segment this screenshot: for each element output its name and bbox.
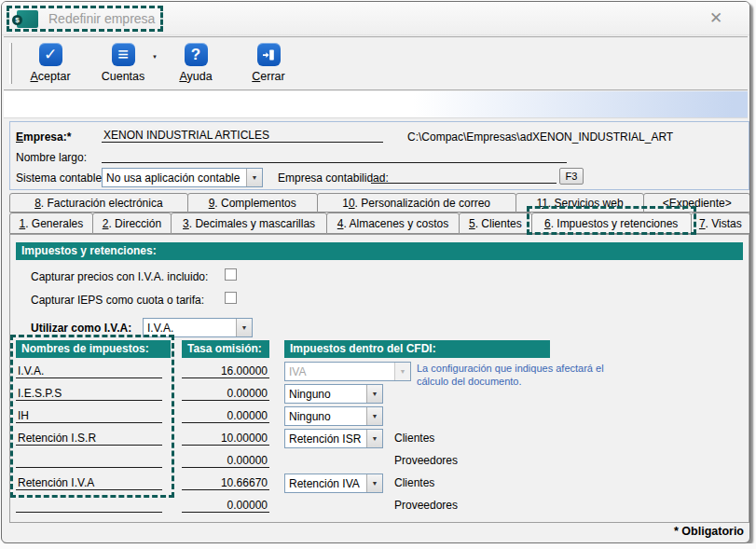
chevron-down-icon: ▼ [372, 413, 378, 419]
col-tasa-header: Tasa omisión: [182, 340, 269, 358]
tax-name-input[interactable] [16, 453, 162, 468]
combo-arrow-button[interactable]: ▼ [366, 385, 382, 403]
tab-clientes[interactable]: 5. Clientes [459, 213, 532, 234]
section-header: Impuestos y retenciones: [16, 242, 743, 260]
tab-generales[interactable]: 1. Generales [9, 213, 93, 234]
tax-rate-input[interactable] [182, 498, 269, 513]
company-document-icon: $ [17, 10, 38, 28]
capturar-ieps-label: Capturar IEPS como cuota o tarifa: [31, 294, 204, 307]
utilizar-iva-select[interactable]: I.V.A. ▼ [143, 318, 253, 337]
chevron-down-icon: ▼ [372, 480, 378, 487]
tax-rate-input[interactable] [182, 408, 269, 423]
tab-facturacion-electronica[interactable]: 8. Facturación electrónica [9, 193, 188, 213]
empresa-path: C:\Compac\Empresas\adXENON_INDUSTRIAL_AR… [407, 130, 673, 144]
clientes-label: Clientes [394, 474, 434, 493]
f3-button[interactable]: F3 [559, 168, 584, 185]
accounts-list-icon: ≡ [112, 43, 135, 66]
tax-rate-input[interactable] [182, 431, 269, 446]
toolbar-grip [9, 43, 12, 84]
tax-rate-input[interactable] [182, 364, 269, 378]
empresa-contabilidad-input[interactable] [371, 169, 557, 184]
title-bar: $ Redefinir empresa ✕ [2, 2, 749, 35]
help-icon: ? [185, 43, 208, 66]
cfdi-select[interactable]: Ninguno ▼ [284, 406, 383, 426]
nombre-largo-input[interactable] [102, 148, 567, 163]
sistema-contable-label: Sistema contable: [16, 172, 104, 185]
tax-name-input[interactable] [16, 386, 162, 401]
clientes-label: Clientes [394, 429, 434, 448]
required-note: * Obligatorio [674, 525, 744, 538]
tax-name-input[interactable] [16, 475, 162, 490]
tab-strip: 8. Facturación electrónica 9. Complement… [9, 193, 749, 234]
impuestos-panel: Impuestos y retenciones: Capturar precio… [9, 234, 749, 523]
proveedores-label: Proveedores [394, 451, 458, 471]
dollar-badge-icon: $ [12, 15, 22, 25]
combo-arrow-button[interactable]: ▼ [236, 319, 252, 336]
utilizar-iva-label: Utilizar como I.V.A: [31, 322, 131, 335]
cfdi-select[interactable]: Retención IVA ▼ [284, 474, 383, 493]
chevron-down-icon: ▼ [400, 368, 406, 375]
tab-direccion[interactable]: 2. Dirección [92, 213, 172, 234]
tab-expediente[interactable]: <Expediente> [643, 193, 750, 213]
combo-arrow-button[interactable]: ▼ [246, 169, 262, 186]
tax-name-input[interactable] [16, 408, 162, 423]
tab-impuestos-retenciones[interactable]: 6. Impuestos y retenciones [531, 213, 692, 234]
cuentas-button[interactable]: ≡ ▼ Cuentas [97, 43, 149, 83]
combo-arrow-button[interactable]: ▼ [366, 407, 382, 425]
cfdi-select[interactable]: Retención ISR ▼ [284, 429, 383, 448]
tax-rate-input[interactable] [182, 475, 269, 490]
combo-arrow-button[interactable]: ▼ [366, 430, 382, 447]
tab-decimales-mascarillas[interactable]: 3. Decimales y mascarillas [171, 213, 327, 234]
close-icon[interactable]: ✕ [707, 9, 725, 28]
tab-personalizacion-correo[interactable]: 10. Personalización de correo [317, 193, 516, 213]
tax-rate-input[interactable] [182, 453, 269, 468]
capturar-precios-checkbox[interactable] [225, 268, 237, 281]
tax-name-input[interactable] [16, 498, 162, 513]
capturar-ieps-checkbox[interactable] [225, 292, 237, 304]
proveedores-label: Proveedores [394, 496, 458, 515]
col-nombres-header: Nombres de impuestos: [16, 340, 171, 358]
col-cfdi-header: Impuestos dentro del CFDI: [284, 340, 550, 358]
sistema-contable-select[interactable]: No usa aplicación contable ▼ [102, 168, 263, 187]
tax-name-input[interactable] [16, 364, 162, 378]
chevron-down-icon: ▼ [252, 174, 258, 181]
cfdi-note: La configuración que indiques afectará e… [417, 362, 604, 388]
tab-servicios-web[interactable]: 11. Servicios web [515, 193, 645, 213]
empresa-input[interactable] [102, 128, 383, 143]
header-band [4, 91, 748, 118]
cfdi-select-iva: IVA ▼ [284, 362, 411, 381]
tab-almacenes-costos[interactable]: 4. Almacenes y costos [326, 213, 460, 234]
dropdown-caret-icon[interactable]: ▼ [152, 54, 158, 60]
chevron-down-icon: ▼ [241, 324, 248, 331]
tab-vistas[interactable]: 7. Vistas [691, 213, 750, 234]
combo-arrow-button[interactable]: ▼ [366, 474, 382, 492]
company-form: Empresa:* C:\Compac\Empresas\adXENON_IND… [9, 121, 749, 190]
tab-complementos[interactable]: 9. Complementos [187, 193, 318, 213]
redefinir-empresa-dialog: $ Redefinir empresa ✕ ✓ Aceptar ≡ ▼ Cuen… [1, 1, 750, 543]
window-title: Redefinir empresa [48, 11, 155, 26]
chevron-down-icon: ▼ [372, 435, 378, 442]
tax-name-input[interactable] [16, 431, 162, 446]
aceptar-button[interactable]: ✓ Aceptar [24, 43, 76, 83]
toolbar: ✓ Aceptar ≡ ▼ Cuentas ? Ayuda Cerrar [4, 36, 748, 90]
check-icon: ✓ [39, 43, 62, 66]
exit-door-icon [257, 43, 281, 66]
cerrar-button[interactable]: Cerrar [242, 43, 295, 83]
ayuda-button[interactable]: ? Ayuda [170, 43, 222, 83]
cfdi-select[interactable]: Ninguno ▼ [284, 384, 383, 404]
chevron-down-icon: ▼ [372, 391, 378, 397]
combo-arrow-button: ▼ [394, 363, 410, 380]
empresa-label: Empresa:* [16, 130, 71, 144]
status-bar: * Obligatorio [4, 521, 744, 541]
tax-rate-input[interactable] [182, 386, 269, 401]
capturar-precios-label: Capturar precios con I.V.A. incluido: [31, 270, 208, 283]
nombre-largo-label: Nombre largo: [16, 151, 87, 164]
